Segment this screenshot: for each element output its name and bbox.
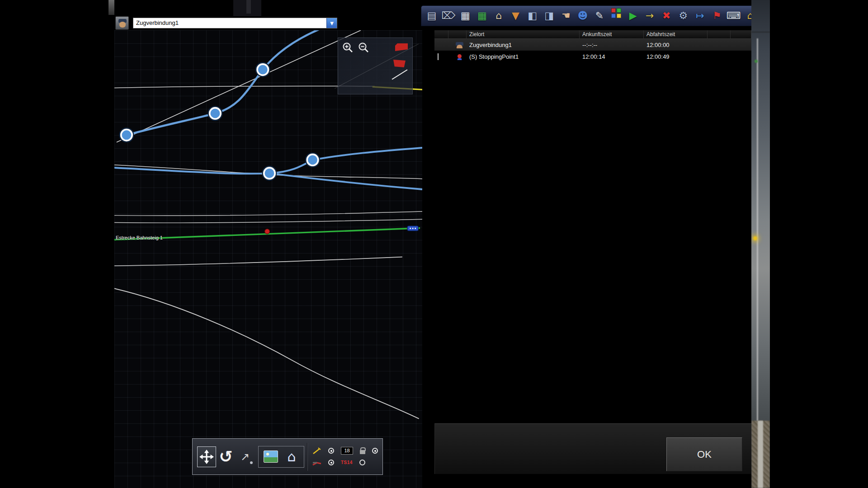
track-line <box>114 211 422 216</box>
track-curve <box>114 288 419 418</box>
red-signal-icon-2[interactable] <box>393 60 406 67</box>
schedule-row-train[interactable]: Zugverbindung1 --:--:-- 12:00:00 <box>434 39 751 51</box>
header-checkbox-column <box>434 30 448 38</box>
lamp-glow <box>753 236 757 240</box>
route-map-panel[interactable]: Estrecke Bahnsteig 1 <box>114 30 422 488</box>
row-check-cell <box>434 53 448 60</box>
track-diagram <box>114 30 422 488</box>
goto-pin-button[interactable]: ↗ <box>236 446 255 467</box>
enter-door-icon[interactable]: ↦ <box>693 8 707 23</box>
row-arrival: --:--:-- <box>580 42 644 48</box>
row-checkbox[interactable] <box>438 53 439 60</box>
header-abfahrtszeit[interactable]: Abfahrtszeit <box>644 30 708 38</box>
scene-sliver-top-left <box>108 0 114 15</box>
game-world-strip <box>751 0 770 488</box>
row-icon-cell <box>448 53 467 60</box>
dialog-bottom-panel: OK <box>434 423 751 474</box>
people-icon[interactable]: ☻ <box>576 8 590 23</box>
row-zielort: (S) StoppingPoint1 <box>467 53 580 60</box>
row-departure: 12:00:49 <box>644 53 708 60</box>
move-button[interactable] <box>197 446 216 467</box>
header-zielort[interactable]: Zielort <box>467 30 580 38</box>
scene-shadow <box>246 0 251 14</box>
delete-icon[interactable]: ⌦ <box>442 8 455 23</box>
snapshot-button[interactable] <box>263 450 279 464</box>
option-radio-4[interactable] <box>359 460 365 465</box>
ts-label: TS14 <box>341 460 353 465</box>
zoom-in-button[interactable] <box>342 42 354 54</box>
lock-icon[interactable] <box>360 450 365 454</box>
stop-marker[interactable] <box>265 229 270 234</box>
chevron-down-icon: ▼ <box>330 21 334 26</box>
zoom-out-button[interactable] <box>358 42 370 54</box>
home-icon: ⌂ <box>288 450 296 464</box>
rotate-icon: ↺ <box>219 449 233 465</box>
control-point[interactable] <box>210 108 221 119</box>
toolbar-divider <box>307 443 308 471</box>
flag-icon[interactable]: ⚑ <box>710 8 724 23</box>
hand-icon[interactable]: ☚ <box>559 8 573 23</box>
track-line <box>114 257 402 266</box>
signal-option-icon[interactable] <box>312 447 321 455</box>
minimap-white-segment <box>392 70 408 80</box>
control-point[interactable] <box>264 168 275 179</box>
route-spline-branch[interactable] <box>269 173 422 189</box>
option-radio-1[interactable] <box>328 448 334 454</box>
header-icon-column <box>448 30 467 38</box>
top-toolbar: ▤⌦▦▦⌂▼◧◨☚☻✎▶→✖⚙↦⚑⌨⌂ <box>421 5 761 26</box>
control-point[interactable] <box>257 64 268 75</box>
view-subpanel: ⌂ <box>258 446 304 468</box>
row-zielort: Zugverbindung1 <box>467 42 580 48</box>
game-screen: Estrecke Bahnsteig 1 <box>0 0 868 488</box>
home-view-button[interactable]: ⌂ <box>283 449 300 465</box>
insert-point-icon[interactable]: → <box>643 8 656 23</box>
panel-left-icon[interactable]: ◧ <box>526 8 539 23</box>
option-radio-2[interactable] <box>372 448 378 454</box>
header-ankunftszeit[interactable]: Ankunftszeit <box>580 30 644 38</box>
zoom-level-value[interactable]: 18 <box>341 447 353 455</box>
minimap-inset[interactable] <box>338 38 413 94</box>
dropdown-arrow-button[interactable]: ▼ <box>326 18 337 28</box>
ok-button[interactable]: OK <box>666 437 742 471</box>
goto-pin-icon: ↗ <box>241 450 250 463</box>
save-icon[interactable]: ▤ <box>425 8 439 23</box>
rotate-button[interactable]: ↺ <box>216 446 235 467</box>
panel-right-icon[interactable]: ◨ <box>542 8 556 23</box>
edit-schedule-icon[interactable]: ✎ <box>593 8 606 23</box>
home-up-icon[interactable]: ⌂ <box>492 8 505 23</box>
keyboard-icon[interactable]: ⌨ <box>727 8 741 23</box>
train-connection-dropdown[interactable]: Zugverbindung1 ▼ <box>133 18 337 28</box>
add-point-icon[interactable]: ▶ <box>626 8 640 23</box>
conductor-face-icon <box>119 22 126 28</box>
schedule-row-stopping-point[interactable]: (S) StoppingPoint1 12:00:14 12:00:49 <box>434 51 751 62</box>
train-marker[interactable] <box>407 226 418 231</box>
option-radio-3[interactable] <box>328 460 334 465</box>
arrow-down-icon[interactable]: ▼ <box>509 8 522 23</box>
map-toolbar: ↺ ↗ ⌂ 18 <box>192 438 383 475</box>
header-extra-1 <box>708 30 731 38</box>
track-name-label: Estrecke Bahnsteig 1 <box>114 235 164 241</box>
catenary-mast <box>757 38 758 422</box>
zoom-in-icon <box>342 42 354 54</box>
move-icon <box>199 450 214 464</box>
timetable-header: Zielort Ankunftszeit Abfahrtszeit <box>434 30 751 39</box>
row-arrival: 12:00:14 <box>580 53 644 60</box>
doc-settings-icon[interactable]: ⚙ <box>676 8 690 23</box>
dropdown-value: Zugverbindung1 <box>133 18 326 28</box>
control-points <box>120 63 320 180</box>
snapshot-icon <box>264 450 278 463</box>
route-spline-upper[interactable] <box>127 30 325 135</box>
options-cluster: 18 TS14 <box>312 446 378 467</box>
zoom-out-icon <box>358 42 370 54</box>
control-point[interactable] <box>121 130 132 141</box>
grid-icon[interactable]: ▦ <box>458 8 472 23</box>
signal-light-green <box>755 60 758 63</box>
track-line <box>114 219 422 223</box>
row-icon-cell <box>448 42 467 48</box>
color-squares-icon[interactable] <box>609 8 623 23</box>
control-point[interactable] <box>307 155 318 166</box>
header-extra-2 <box>731 30 751 38</box>
grid-green-icon[interactable]: ▦ <box>475 8 489 23</box>
remove-point-icon[interactable]: ✖ <box>660 8 673 23</box>
switch-option-icon[interactable] <box>312 460 321 466</box>
